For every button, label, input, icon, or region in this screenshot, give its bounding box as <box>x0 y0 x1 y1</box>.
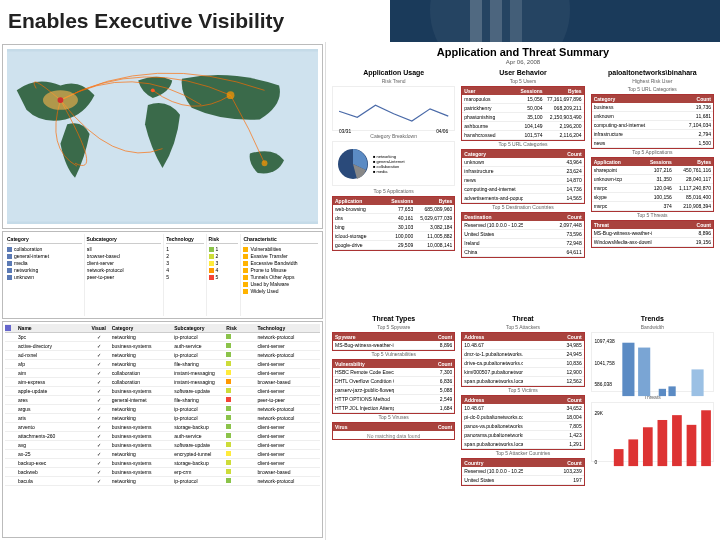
col-head: Destination <box>464 214 523 220</box>
col-head[interactable]: Subcategory <box>174 325 226 331</box>
table-row: skype100,15685,016,400 <box>592 193 713 202</box>
box-subtitle: Top 5 Destination Countries <box>461 204 584 210</box>
svg-text:29K: 29K <box>594 411 603 416</box>
left-column: Category collaboration general-internet … <box>0 42 325 540</box>
filter-item[interactable]: collaboration <box>14 246 42 252</box>
filter-item[interactable]: Excessive Bandwidth <box>250 260 297 266</box>
table-row[interactable]: ax-25✓ networkingencrypted-tunnel client… <box>5 450 320 459</box>
table-row: HSBC Remote Code Execution Vulnerability… <box>333 368 454 377</box>
svg-point-5 <box>151 88 155 92</box>
application-table[interactable]: Name Visual Category Subcategory Risk Te… <box>2 321 323 538</box>
svg-rect-16 <box>691 369 703 396</box>
table-row[interactable]: backup-exec✓ business-systemsstorage-bac… <box>5 459 320 468</box>
filter-head: Technology <box>166 236 203 244</box>
box-subtitle: Top 5 Attacker Countries <box>461 450 584 456</box>
threats-chart: 29K0 <box>591 402 714 462</box>
filter-item[interactable]: Used by Malware <box>250 281 289 287</box>
table-row: hanshcrossed101,5742,116,204 <box>462 131 583 140</box>
col-head: Count <box>394 424 453 430</box>
filter-item[interactable]: Evasive Transfer <box>250 253 287 259</box>
filter-item[interactable]: client-server <box>87 260 114 266</box>
filter-item[interactable]: all <box>87 246 92 252</box>
user-url-table: CategoryCount business19,736unknown11,68… <box>591 94 714 149</box>
col-head: Count <box>394 361 453 367</box>
world-threat-map[interactable] <box>2 44 323 229</box>
col-head[interactable]: Technology <box>258 325 320 331</box>
box-subtitle: Top 5 Applications <box>332 188 455 194</box>
filter-item[interactable]: 5 <box>166 274 169 280</box>
filter-item[interactable]: peer-to-peer <box>87 274 115 280</box>
table-row[interactable]: aim✓ collaborationinstant-messaging clie… <box>5 369 320 378</box>
col-head[interactable]: Name <box>12 325 86 331</box>
filter-item[interactable]: network-protocol <box>87 267 124 273</box>
filter-item[interactable]: 4 <box>166 267 169 273</box>
dest-countries-table: DestinationCount Reserved (10.0.0.0 - 10… <box>461 212 584 258</box>
table-row: news1,500 <box>592 139 713 148</box>
technology-filter[interactable]: Technology 1 2 3 4 5 <box>164 234 206 316</box>
filter-item[interactable]: Widely Used <box>250 288 278 294</box>
subcategory-filter[interactable]: Subcategory all browser-based client-ser… <box>85 234 165 316</box>
filter-item[interactable]: media <box>14 260 28 266</box>
table-row: unknown11,681 <box>592 112 713 121</box>
filter-item[interactable]: 5 <box>216 274 219 280</box>
filter-item[interactable]: 1 <box>166 246 169 252</box>
filter-item[interactable]: Prone to Misuse <box>250 267 286 273</box>
col-head[interactable]: Risk <box>226 325 257 331</box>
col-head: Count <box>523 151 582 157</box>
col-head: Bytes <box>672 159 711 165</box>
filter-item[interactable]: Tunnels Other Apps <box>250 274 294 280</box>
filter-item[interactable]: 2 <box>216 253 219 259</box>
category-filter[interactable]: Category collaboration general-internet … <box>5 234 85 316</box>
filter-item[interactable]: 2 <box>166 253 169 259</box>
table-row: computing-and-internet14,736 <box>462 185 583 194</box>
col-head[interactable]: Category <box>112 325 174 331</box>
box-subtitle: Top 5 URL Categories <box>461 141 584 147</box>
table-row: United States197 <box>462 476 583 485</box>
filter-item[interactable]: networking <box>14 267 38 273</box>
table-row[interactable]: argus✓ networkingip-protocol network-pro… <box>5 405 320 414</box>
table-row[interactable]: afp✓ networkingfile-sharing client-serve… <box>5 360 320 369</box>
header-decoration <box>390 0 720 42</box>
filter-item[interactable]: 1 <box>216 246 219 252</box>
filter-item[interactable]: general-internet <box>14 253 49 259</box>
col-head: Count <box>523 460 582 466</box>
col-head: Spyware <box>335 334 394 340</box>
filter-item[interactable]: browser-based <box>87 253 120 259</box>
table-row[interactable]: bacula✓ networkingip-protocol network-pr… <box>5 477 320 486</box>
table-row[interactable]: avg✓ business-systemssoftware-update cli… <box>5 441 320 450</box>
col-head: Count <box>523 214 582 220</box>
table-row[interactable]: 3pc✓ networkingip-protocol network-proto… <box>5 333 320 342</box>
table-row: dns40,1615,029,677,039 <box>333 214 454 223</box>
svg-text:1041,758: 1041,758 <box>594 360 615 365</box>
table-row[interactable]: backweb✓ business-systemserp-crm browser… <box>5 468 320 477</box>
vuln-table: VulnerabilityCount HSBC Remote Code Exec… <box>332 359 455 414</box>
table-row[interactable]: arvento✓ business-systemsstorage-backup … <box>5 423 320 432</box>
atk-countries-table: CountryCount Reserved (10.0.0.0 - 10.255… <box>461 458 584 486</box>
box-title: User Behavior <box>461 69 584 76</box>
filter-item[interactable]: Vulnerabilities <box>250 246 281 252</box>
url-cat-table: CategoryCount unknown43,964infrastructur… <box>461 149 584 204</box>
table-row[interactable]: apple-update✓ business-systemssoftware-u… <box>5 387 320 396</box>
table-row[interactable]: aim-express✓ collaborationinstant-messag… <box>5 378 320 387</box>
svg-rect-15 <box>668 386 675 396</box>
box-subtitle: Top 5 Applications <box>591 149 714 155</box>
table-row[interactable]: ares✓ general-internetfile-sharing peer-… <box>5 396 320 405</box>
table-row: HTTP OPTIONS Method2,549 <box>333 395 454 404</box>
table-row[interactable]: active-directory✓ business-systemsauth-s… <box>5 342 320 351</box>
threat-box: Threat Top 5 Attackers AddressCount 10.4… <box>461 315 584 537</box>
col-head[interactable]: Visual <box>86 325 112 331</box>
table-row[interactable]: ad-nxnel✓ networkingip-protocol network-… <box>5 351 320 360</box>
filter-item[interactable]: 3 <box>216 260 219 266</box>
characteristic-filter[interactable]: Characteristic Vulnerabilities Evasive T… <box>241 234 320 316</box>
table-row: web-browsing77,653685,089,960 <box>333 205 454 214</box>
filter-item[interactable]: 4 <box>216 267 219 273</box>
risk-filter[interactable]: Risk 1 2 3 4 5 <box>207 234 242 316</box>
col-head: Category <box>594 96 653 102</box>
table-row[interactable]: attachments-260✓ business-systemsauth-se… <box>5 432 320 441</box>
empty-note: No matching data found <box>333 433 454 439</box>
box-subtitle: Top 5 Users <box>461 78 584 84</box>
filter-item[interactable]: unknown <box>14 274 34 280</box>
filter-item[interactable]: 3 <box>166 260 169 266</box>
table-row[interactable]: aris✓ networkingip-protocol network-prot… <box>5 414 320 423</box>
col-head: Count <box>523 334 582 340</box>
